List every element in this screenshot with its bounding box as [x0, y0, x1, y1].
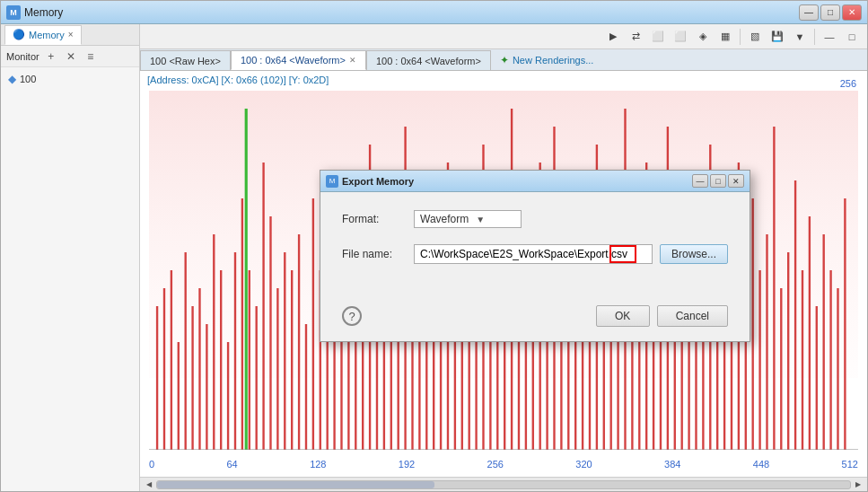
main-content: 🔵 Memory × Monitor + ✕ ≡ ◆ 100: [1, 24, 867, 491]
dialog-overlay: M Export Memory — □ ✕: [140, 71, 867, 477]
title-bar: M Memory — □ ✕: [1, 1, 867, 24]
new-renderings-tab[interactable]: ✦ New Renderings...: [491, 50, 603, 70]
monitor-label: Monitor: [6, 51, 39, 62]
waveform-area: [Address: 0xCA] [X: 0x66 (102)] [Y: 0x2D…: [140, 71, 867, 477]
filename-row: File name: Browse...: [342, 244, 728, 264]
monitor-toolbar: Monitor + ✕ ≡: [1, 46, 139, 67]
toolbar-separator-1: [740, 29, 741, 45]
toolbar-icon-hex[interactable]: ◈: [693, 27, 713, 47]
ok-button[interactable]: OK: [596, 305, 650, 327]
dialog-close[interactable]: ✕: [728, 174, 744, 188]
memory-tab-label: Memory: [29, 30, 65, 40]
top-toolbar: ▶ ⇄ ⬜ ⬜ ◈ ▦ ▧ 💾 ▼ — □: [140, 24, 867, 49]
scroll-left-button[interactable]: ◀: [142, 480, 156, 489]
browse-button[interactable]: Browse...: [660, 244, 728, 264]
dialog-footer: ? OK Cancel: [320, 298, 750, 341]
monitor-config-button[interactable]: ≡: [83, 48, 99, 65]
toolbar-icon-table[interactable]: ▦: [715, 27, 735, 47]
address-list: ◆ 100: [1, 67, 139, 491]
address-value: 100: [20, 74, 36, 84]
bottom-scrollbar: ◀ ▶: [140, 477, 867, 491]
new-renderings-icon: ✦: [500, 54, 509, 66]
scroll-track[interactable]: [156, 480, 851, 489]
toolbar-dropdown-arrow[interactable]: ▼: [790, 27, 810, 47]
dialog-title-controls: — □ ✕: [692, 174, 744, 188]
title-bar-left: M Memory: [6, 5, 63, 20]
tab-waveform-active[interactable]: 100 : 0x64 <Waveform> ✕: [231, 50, 366, 70]
format-label: Format:: [342, 213, 414, 225]
toolbar-icon-binary-2[interactable]: ⬜: [671, 27, 690, 47]
toolbar-maximize[interactable]: □: [842, 27, 862, 47]
window-title: Memory: [24, 6, 63, 19]
new-renderings-label: New Renderings...: [513, 55, 594, 66]
title-bar-controls: — □ ✕: [799, 4, 862, 21]
diamond-icon: ◆: [8, 73, 16, 85]
monitor-add-button[interactable]: +: [43, 48, 59, 65]
memory-tab-icon: 🔵: [13, 29, 25, 40]
tab-waveform-active-close[interactable]: ✕: [349, 56, 356, 65]
cancel-button[interactable]: Cancel: [657, 305, 728, 327]
dialog-minimize[interactable]: —: [692, 174, 708, 188]
toolbar-icon-2[interactable]: ⇄: [626, 27, 645, 47]
maximize-button[interactable]: □: [820, 4, 840, 21]
memory-tab-close[interactable]: ×: [68, 30, 74, 40]
dialog-title-left: M Export Memory: [326, 175, 414, 188]
toolbar-separator-2: [814, 29, 815, 45]
close-button[interactable]: ✕: [842, 4, 862, 21]
memory-tab-bar: 🔵 Memory ×: [1, 24, 139, 46]
dialog-content: Format: Waveform ▼ File name:: [320, 192, 750, 298]
dialog-title-bar: M Export Memory — □ ✕: [320, 171, 750, 192]
export-memory-dialog: M Export Memory — □ ✕: [320, 170, 750, 342]
format-select[interactable]: Waveform ▼: [414, 210, 522, 228]
toolbar-minimize[interactable]: —: [820, 27, 839, 47]
tab-raw-hex[interactable]: 100 <Raw Hex>: [140, 50, 231, 70]
help-button[interactable]: ?: [342, 306, 362, 326]
filename-input-wrapper: [414, 244, 653, 264]
window-icon: M: [6, 5, 21, 20]
format-row: Format: Waveform ▼: [342, 210, 728, 228]
format-dropdown-icon: ▼: [476, 215, 485, 224]
toolbar-icon-1[interactable]: ▶: [603, 27, 623, 47]
dialog-icon: M: [326, 175, 338, 188]
list-item[interactable]: ◆ 100: [4, 71, 136, 87]
toolbar-icon-save[interactable]: 💾: [767, 27, 787, 47]
toolbar-icon-binary-1[interactable]: ⬜: [648, 27, 668, 47]
main-window: M Memory — □ ✕ 🔵 Memory × Monitor +: [0, 0, 868, 492]
toolbar-icon-grid[interactable]: ▧: [745, 27, 765, 47]
tab-waveform-active-label: 100 : 0x64 <Waveform>: [241, 55, 346, 66]
dialog-action-buttons: OK Cancel: [596, 305, 728, 327]
tab-waveform-2-label: 100 : 0x64 <Waveform>: [376, 56, 481, 66]
minimize-button[interactable]: —: [799, 4, 819, 21]
filename-input[interactable]: [414, 244, 653, 264]
tab-raw-hex-label: 100 <Raw Hex>: [150, 56, 221, 66]
waveform-tab-bar: 100 <Raw Hex> 100 : 0x64 <Waveform> ✕ 10…: [140, 49, 867, 71]
scroll-right-button[interactable]: ▶: [851, 480, 865, 489]
filename-container: Browse...: [414, 244, 728, 264]
left-panel: 🔵 Memory × Monitor + ✕ ≡ ◆ 100: [1, 24, 140, 491]
dialog-maximize[interactable]: □: [710, 174, 726, 188]
scroll-thumb[interactable]: [157, 481, 434, 488]
memory-tab[interactable]: 🔵 Memory ×: [4, 25, 82, 45]
filename-label: File name:: [342, 248, 414, 260]
monitor-remove-button[interactable]: ✕: [63, 48, 79, 65]
format-value: Waveform: [420, 213, 469, 225]
right-panel: ▶ ⇄ ⬜ ⬜ ◈ ▦ ▧ 💾 ▼ — □ 100 <Raw Hex>: [140, 24, 867, 491]
dialog-title: Export Memory: [342, 176, 414, 187]
tab-waveform-2[interactable]: 100 : 0x64 <Waveform>: [366, 50, 491, 70]
